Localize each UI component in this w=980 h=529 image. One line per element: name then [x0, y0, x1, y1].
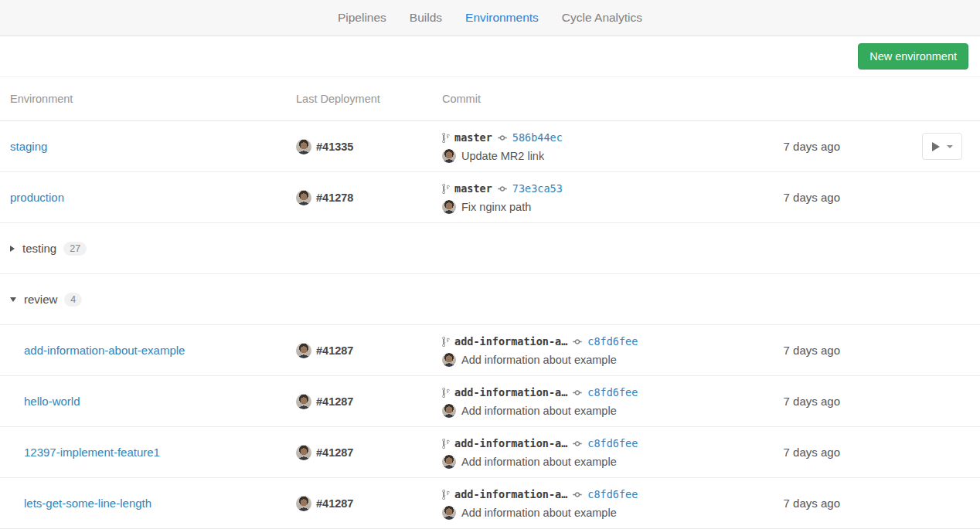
- commit-author-avatar: [442, 200, 456, 214]
- environment-link[interactable]: 12397-implement-feature1: [24, 446, 160, 459]
- commit-message: Add information about example: [461, 456, 617, 468]
- commit-sha-link[interactable]: c8fd6fee: [587, 487, 638, 503]
- table-header-row: Environment Last Deployment Commit: [0, 77, 980, 121]
- environment-row-hello-world: hello-world #41287 add-information-a… c8…: [0, 376, 980, 427]
- environment-row-staging: staging #41335 master 586b44ec Update MR…: [0, 121, 980, 172]
- commit-message: Add information about example: [461, 354, 617, 366]
- branch-name: master: [454, 130, 492, 146]
- column-header-environment: Environment: [10, 93, 296, 105]
- git-commit-icon: [572, 388, 583, 398]
- git-branch-icon: [442, 183, 450, 195]
- git-branch-icon: [442, 132, 450, 144]
- commit-author-avatar: [442, 455, 456, 469]
- deployment-timestamp: 7 days ago: [754, 446, 854, 459]
- git-branch-icon: [442, 336, 450, 348]
- chevron-down-icon: [947, 145, 953, 148]
- deployment-id-link[interactable]: #41335: [316, 141, 353, 153]
- tab-builds[interactable]: Builds: [398, 0, 454, 36]
- environment-link[interactable]: add-information-about-example: [24, 344, 185, 357]
- commit-message: Fix nginx path: [461, 201, 531, 213]
- tab-pipelines[interactable]: Pipelines: [326, 0, 398, 36]
- branch-name: add-information-a…: [454, 385, 567, 401]
- deployer-avatar: [296, 496, 311, 511]
- new-environment-button[interactable]: New environment: [858, 43, 968, 70]
- folder-row-review[interactable]: review 4: [0, 274, 980, 325]
- commit-sha-link[interactable]: c8fd6fee: [587, 385, 638, 401]
- git-branch-icon: [442, 438, 450, 449]
- environment-link[interactable]: lets-get-some-line-length: [24, 497, 151, 510]
- deployment-timestamp: 7 days ago: [754, 191, 854, 204]
- deployment-timestamp: 7 days ago: [754, 497, 854, 510]
- environment-count-badge: 27: [63, 242, 87, 256]
- deployment-timestamp: 7 days ago: [754, 140, 854, 153]
- git-commit-icon: [572, 490, 583, 500]
- git-commit-icon: [497, 133, 508, 143]
- environment-link[interactable]: staging: [10, 140, 47, 153]
- deployment-id-link[interactable]: #41287: [316, 344, 353, 357]
- deployment-id-link[interactable]: #41287: [316, 446, 353, 459]
- commit-sha-link[interactable]: 73e3ca53: [512, 181, 563, 197]
- environment-row-production: production #41278 master 73e3ca53 Fix ng…: [0, 172, 980, 223]
- environments-toolbar: New environment: [0, 36, 980, 77]
- environment-link[interactable]: production: [10, 191, 64, 204]
- folder-row-testing[interactable]: testing 27: [0, 223, 980, 274]
- caret-down-icon: [10, 297, 16, 302]
- play-icon: [932, 142, 940, 151]
- folder-name: testing: [22, 242, 56, 255]
- deployer-avatar: [296, 190, 311, 205]
- commit-sha-link[interactable]: 586b44ec: [512, 130, 563, 146]
- deployment-id-link[interactable]: #41287: [316, 497, 353, 510]
- deployment-id-link[interactable]: #41287: [316, 395, 353, 408]
- commit-author-avatar: [442, 506, 456, 520]
- deployer-avatar: [296, 445, 311, 460]
- git-commit-icon: [572, 337, 583, 347]
- deployer-avatar: [296, 394, 311, 409]
- environment-link[interactable]: hello-world: [24, 395, 80, 408]
- git-commit-icon: [497, 184, 508, 194]
- commit-sha-link[interactable]: c8fd6fee: [587, 334, 638, 350]
- branch-name: master: [454, 181, 492, 197]
- tab-environments[interactable]: Environments: [454, 0, 550, 36]
- column-header-commit: Commit: [442, 93, 754, 105]
- branch-name: add-information-a…: [454, 487, 567, 503]
- environment-count-badge: 4: [64, 293, 82, 307]
- tab-cycle-analytics[interactable]: Cycle Analytics: [550, 0, 654, 36]
- commit-author-avatar: [442, 149, 456, 163]
- commit-author-avatar: [442, 404, 456, 418]
- folder-name: review: [24, 293, 57, 306]
- environment-row-12397-implement-feature1: 12397-implement-feature1 #41287 add-info…: [0, 427, 980, 478]
- environment-row-lets-get-some-line-length: lets-get-some-line-length #41287 add-inf…: [0, 478, 980, 529]
- commit-message: Add information about example: [461, 405, 617, 417]
- environments-table: Environment Last Deployment Commit stagi…: [0, 77, 980, 529]
- git-branch-icon: [442, 489, 450, 500]
- branch-name: add-information-a…: [454, 334, 567, 350]
- deployer-avatar: [296, 343, 311, 358]
- git-commit-icon: [572, 439, 583, 449]
- branch-name: add-information-a…: [454, 436, 567, 452]
- commit-message: Update MR2 link: [461, 150, 544, 162]
- environment-row-add-information-about-example: add-information-about-example #41287 add…: [0, 325, 980, 376]
- project-tabs: Pipelines Builds Environments Cycle Anal…: [0, 0, 980, 36]
- deployer-avatar: [296, 139, 311, 154]
- deployment-timestamp: 7 days ago: [754, 395, 854, 408]
- play-dropdown-button[interactable]: [922, 133, 962, 160]
- caret-right-icon: [10, 246, 15, 252]
- commit-author-avatar: [442, 353, 456, 367]
- commit-sha-link[interactable]: c8fd6fee: [587, 436, 638, 452]
- deployment-id-link[interactable]: #41278: [316, 192, 353, 204]
- commit-message: Add information about example: [461, 507, 617, 519]
- column-header-last-deployment: Last Deployment: [296, 93, 442, 105]
- git-branch-icon: [442, 387, 450, 398]
- deployment-timestamp: 7 days ago: [754, 344, 854, 357]
